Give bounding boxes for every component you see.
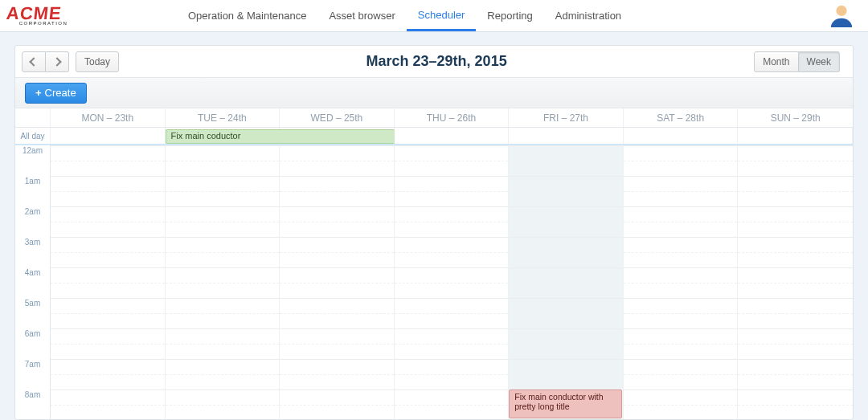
time-slot[interactable] bbox=[51, 298, 166, 328]
time-slot[interactable] bbox=[395, 206, 510, 237]
time-slot[interactable] bbox=[624, 237, 739, 267]
time-slot[interactable] bbox=[280, 267, 395, 298]
time-slot[interactable] bbox=[738, 176, 853, 206]
time-slot[interactable] bbox=[509, 145, 624, 176]
time-slot[interactable] bbox=[166, 237, 280, 267]
today-button[interactable]: Today bbox=[76, 51, 119, 72]
time-slot[interactable] bbox=[395, 237, 510, 267]
hour-label: 5am bbox=[15, 298, 51, 328]
allday-cell[interactable] bbox=[509, 128, 624, 144]
date-range-title: March 23–29th, 2015 bbox=[119, 53, 754, 70]
time-slot[interactable] bbox=[166, 206, 280, 237]
time-slot[interactable] bbox=[51, 389, 166, 419]
time-slot[interactable] bbox=[624, 206, 739, 237]
time-slot[interactable] bbox=[738, 237, 853, 267]
hour-row: 4am bbox=[15, 267, 853, 298]
nav-asset-browser[interactable]: Asset browser bbox=[317, 0, 406, 31]
time-slot[interactable] bbox=[395, 267, 510, 298]
hour-label: 2am bbox=[15, 206, 51, 237]
time-slot[interactable] bbox=[509, 206, 624, 237]
nav-administration[interactable]: Administration bbox=[544, 0, 633, 31]
time-slot[interactable] bbox=[51, 176, 166, 206]
time-slot[interactable] bbox=[51, 267, 166, 298]
day-header-sun[interactable]: SUN – 29th bbox=[738, 108, 853, 127]
time-slot[interactable] bbox=[51, 328, 166, 359]
brand-logo: ACME CORPORATION bbox=[0, 6, 80, 26]
next-button[interactable] bbox=[46, 51, 69, 72]
day-header-wed[interactable]: WED – 25th bbox=[280, 108, 395, 127]
time-slot[interactable] bbox=[509, 328, 624, 359]
time-slot[interactable] bbox=[624, 267, 739, 298]
time-slot[interactable] bbox=[738, 206, 853, 237]
time-slot[interactable] bbox=[51, 145, 166, 176]
time-slot[interactable] bbox=[166, 267, 280, 298]
hour-row: 7am bbox=[15, 359, 853, 389]
user-avatar[interactable] bbox=[829, 3, 854, 30]
time-slot[interactable] bbox=[395, 389, 510, 419]
time-slot[interactable] bbox=[280, 389, 395, 419]
time-slot[interactable] bbox=[509, 267, 624, 298]
day-header-thu[interactable]: THU – 26th bbox=[395, 108, 510, 127]
time-slot[interactable] bbox=[395, 328, 510, 359]
day-header-fri[interactable]: FRI – 27th bbox=[509, 108, 624, 127]
time-slot[interactable] bbox=[738, 267, 853, 298]
time-slot[interactable] bbox=[51, 206, 166, 237]
month-view-button[interactable]: Month bbox=[754, 51, 798, 72]
time-slot[interactable] bbox=[509, 359, 624, 389]
time-slot[interactable] bbox=[51, 237, 166, 267]
time-slot[interactable] bbox=[624, 328, 739, 359]
time-slot[interactable] bbox=[395, 176, 510, 206]
day-header-row: MON – 23th TUE – 24th WED – 25th THU – 2… bbox=[15, 108, 853, 128]
hour-label: 7am bbox=[15, 359, 51, 389]
allday-cell[interactable] bbox=[738, 128, 853, 144]
time-slot[interactable] bbox=[509, 237, 624, 267]
time-slot[interactable] bbox=[166, 145, 280, 176]
create-button[interactable]: + Create bbox=[25, 83, 87, 104]
time-slot[interactable] bbox=[624, 389, 739, 419]
event-timed[interactable]: Fix main conductor with pretty long titl… bbox=[509, 389, 622, 418]
time-slot[interactable] bbox=[395, 145, 510, 176]
time-slot[interactable] bbox=[738, 328, 853, 359]
time-slot[interactable] bbox=[624, 176, 739, 206]
nav-scheduler[interactable]: Scheduler bbox=[407, 0, 477, 31]
time-slot[interactable] bbox=[280, 206, 395, 237]
time-slot[interactable] bbox=[738, 389, 853, 419]
user-avatar-icon bbox=[829, 3, 854, 27]
hour-row: 12am bbox=[15, 145, 853, 176]
hour-row: 3am bbox=[15, 237, 853, 267]
time-slot[interactable] bbox=[166, 359, 280, 389]
time-slot[interactable] bbox=[738, 359, 853, 389]
hour-label: 4am bbox=[15, 267, 51, 298]
time-slot[interactable] bbox=[280, 298, 395, 328]
time-slot[interactable] bbox=[738, 298, 853, 328]
nav-operation-maintenance[interactable]: Operation & Maintenance bbox=[177, 0, 317, 31]
time-slot[interactable] bbox=[280, 237, 395, 267]
time-slot[interactable] bbox=[395, 298, 510, 328]
time-slot[interactable] bbox=[738, 145, 853, 176]
time-slot[interactable] bbox=[624, 145, 739, 176]
prev-button[interactable] bbox=[22, 51, 46, 72]
time-slot[interactable] bbox=[280, 145, 395, 176]
allday-cell[interactable] bbox=[51, 128, 166, 144]
event-allday[interactable]: Fix main coductor bbox=[166, 129, 395, 144]
day-header-sat[interactable]: SAT – 28th bbox=[624, 108, 739, 127]
time-slot[interactable] bbox=[624, 298, 739, 328]
time-slot[interactable] bbox=[166, 389, 280, 419]
allday-cell[interactable] bbox=[624, 128, 739, 144]
time-slot[interactable] bbox=[280, 176, 395, 206]
time-slot[interactable] bbox=[395, 359, 510, 389]
time-slot[interactable] bbox=[509, 176, 624, 206]
time-slot[interactable] bbox=[509, 298, 624, 328]
time-slot[interactable] bbox=[51, 359, 166, 389]
time-slot[interactable] bbox=[624, 359, 739, 389]
day-header-mon[interactable]: MON – 23th bbox=[51, 108, 166, 127]
time-slot[interactable] bbox=[280, 328, 395, 359]
time-slot[interactable] bbox=[166, 298, 280, 328]
week-view-button[interactable]: Week bbox=[799, 51, 840, 72]
time-slot[interactable] bbox=[166, 176, 280, 206]
allday-cell[interactable] bbox=[395, 128, 510, 144]
day-header-tue[interactable]: TUE – 24th bbox=[166, 108, 280, 127]
time-slot[interactable] bbox=[166, 328, 280, 359]
nav-reporting[interactable]: Reporting bbox=[476, 0, 543, 31]
time-slot[interactable] bbox=[280, 359, 395, 389]
